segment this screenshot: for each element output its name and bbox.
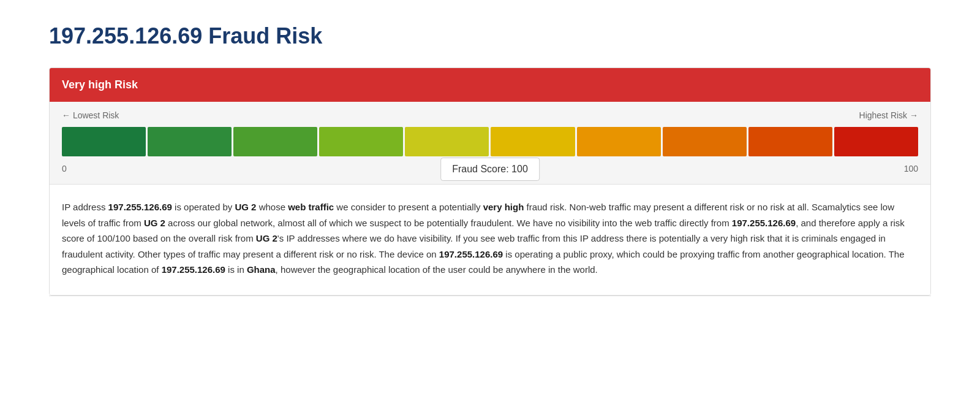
description-bold-term: web traffic	[288, 202, 334, 212]
score-row: 0 Fraud Score: 100 100	[62, 156, 918, 184]
color-segment-10	[834, 127, 918, 156]
color-segment-3	[233, 127, 317, 156]
description-bold-term: UG 2	[144, 218, 165, 228]
color-segment-5	[405, 127, 489, 156]
color-bar	[62, 127, 918, 156]
description-section: IP address 197.255.126.69 is operated by…	[50, 185, 930, 295]
description-paragraph: IP address 197.255.126.69 is operated by…	[62, 199, 918, 278]
page-wrapper: 197.255.126.69 Fraud Risk Very high Risk…	[24, 0, 956, 321]
color-segment-1	[62, 127, 146, 156]
risk-level-label: Very high Risk	[62, 78, 138, 91]
color-segment-2	[148, 127, 232, 156]
color-segment-7	[577, 127, 661, 156]
description-bold-term: 197.255.126.69	[732, 218, 796, 228]
score-min: 0	[62, 162, 67, 175]
description-bold-term: 197.255.126.69	[162, 264, 225, 275]
color-segment-4	[319, 127, 403, 156]
risk-card: Very high Risk ← Lowest Risk Highest Ris…	[49, 67, 931, 296]
highest-risk-label: Highest Risk →	[859, 109, 918, 122]
risk-scale-section: ← Lowest Risk Highest Risk → 0 Fraud Sco…	[50, 102, 930, 185]
description-bold-term: UG 2	[235, 202, 256, 212]
bottom-divider	[49, 296, 931, 296]
risk-labels: ← Lowest Risk Highest Risk →	[62, 109, 918, 122]
color-segment-9	[748, 127, 832, 156]
color-segment-8	[663, 127, 747, 156]
description-bold-term: 197.255.126.69	[439, 249, 503, 259]
lowest-risk-label: ← Lowest Risk	[62, 109, 119, 122]
description-bold-term: very high	[483, 202, 524, 212]
description-bold-term: Ghana	[247, 264, 276, 275]
risk-header: Very high Risk	[50, 68, 930, 102]
color-segment-6	[491, 127, 575, 156]
description-bold-term: 197.255.126.69	[108, 202, 172, 212]
page-title: 197.255.126.69 Fraud Risk	[49, 20, 931, 53]
description-bold-term: UG 2	[256, 233, 277, 243]
fraud-score-badge: Fraud Score: 100	[440, 158, 540, 181]
score-max: 100	[904, 162, 918, 175]
